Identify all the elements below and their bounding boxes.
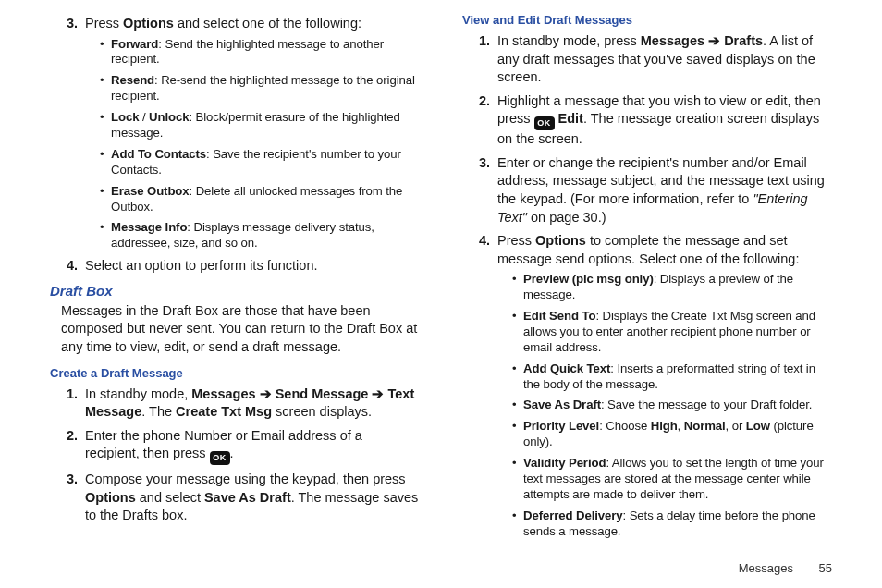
heading-draft-box: Draft Box (50, 283, 420, 299)
create-draft-steps: In standby mode, Messages ➔ Send Message… (50, 386, 420, 525)
ok-key-icon: OK (534, 116, 555, 130)
lock-label: Lock (111, 110, 139, 124)
step3-text-pre: Press (85, 16, 123, 31)
c3-pre: Compose your message using the keypad, t… (85, 472, 406, 486)
addto-label: Add To Contacts (111, 147, 206, 161)
v2-b: Edit (555, 111, 583, 126)
draft-box-paragraph: Messages in the Draft Box are those that… (61, 302, 420, 357)
editsend-label: Edit Send To (523, 309, 595, 323)
view-step-3: Enter or change the recipient's number a… (494, 154, 832, 227)
arrow-icon: ➔ (368, 386, 387, 401)
create-step-2: Enter the phone Number or Email address … (81, 427, 420, 466)
step4-text: Select an option to perform its function… (85, 258, 317, 273)
priority-low: Low (746, 419, 770, 433)
priority-c1: , (678, 419, 684, 433)
bullet-edit-send-to: Edit Send To: Displays the Create Txt Ms… (512, 309, 832, 356)
savedraft-desc: : Save the message to your Draft folder. (601, 398, 812, 411)
bullet-priority-level: Priority Level: Choose High, Normal, or … (512, 419, 832, 450)
bullet-deferred-delivery: Deferred Delivery: Sets a delay time bef… (512, 508, 832, 540)
bullet-forward: Forward: Send the highlighted message to… (100, 37, 420, 68)
preview-label: Preview (pic msg only) (523, 272, 654, 286)
c3-b2: Save As Draft (204, 490, 291, 505)
priority-c2: , or (726, 419, 746, 433)
heading-view-edit: View and Edit Draft Messages (462, 13, 832, 27)
c1-pre: In standby mode, (85, 386, 191, 401)
c1-mid: . The (141, 404, 176, 419)
v1-b1: Messages (641, 33, 704, 48)
page-footer: Messages 55 (739, 561, 832, 575)
forward-label: Forward (111, 37, 158, 51)
create-step-3: Compose your message using the keypad, t… (81, 471, 420, 525)
bullet-erase-outbox: Erase Outbox: Delete all unlocked messag… (100, 184, 420, 215)
view-step-1: In standby mode, press Messages ➔ Drafts… (494, 32, 832, 87)
validity-label: Validity Period (523, 456, 606, 470)
bullet-save-as-draft: Save As Draft: Save the message to your … (512, 398, 832, 413)
step3-text-post: and select one of the following: (174, 16, 361, 31)
page-number: 55 (819, 561, 832, 575)
c1-post: screen displays. (272, 404, 372, 419)
view-step-4: Press Options to complete the message an… (494, 232, 832, 539)
step-3: Press Options and select one of the foll… (81, 15, 420, 251)
c1-b2: Send Message (276, 386, 369, 401)
c1-b1: Messages (191, 386, 255, 401)
erase-label: Erase Outbox (111, 184, 190, 198)
two-column-layout: Press Options and select one of the foll… (50, 13, 832, 545)
priority-label: Priority Level (523, 419, 599, 433)
heading-create-draft: Create a Draft Message (50, 366, 420, 380)
bullet-lock: Lock / Unlock: Block/permit erasure of t… (100, 110, 420, 141)
bullet-validity-period: Validity Period: Allows you to set the l… (512, 456, 832, 503)
addqt-label: Add Quick Text (523, 361, 610, 375)
arrow-icon: ➔ (704, 33, 724, 48)
c3-mid: and select (136, 490, 204, 505)
v1-pre: In standby mode, press (497, 33, 641, 48)
deferred-label: Deferred Delivery (523, 508, 623, 522)
msginfo-label: Message Info (111, 220, 187, 234)
manual-page: Press Options and select one of the foll… (0, 0, 882, 588)
unlock-label: Unlock (149, 110, 189, 124)
ok-key-icon: OK (210, 451, 230, 465)
create-step-1: In standby mode, Messages ➔ Send Message… (81, 386, 420, 422)
v3-post: on page 30.) (527, 210, 606, 225)
c3-b1: Options (85, 490, 136, 505)
c1-b4: Create Txt Msg (176, 404, 272, 419)
bullet-message-info: Message Info: Displays message delivery … (100, 220, 420, 251)
options-bold: Options (123, 16, 174, 31)
bullet-add-quick-text: Add Quick Text: Inserts a preformatted s… (512, 361, 832, 393)
view-edit-steps: In standby mode, press Messages ➔ Drafts… (462, 32, 832, 540)
bullet-preview: Preview (pic msg only): Displays a previ… (512, 272, 832, 303)
footer-section-name: Messages (739, 561, 793, 575)
view-step-2: Highlight a message that you wish to vie… (494, 92, 832, 149)
resend-label: Resend (111, 73, 154, 87)
lock-sep: / (139, 110, 149, 124)
send-options-bullets: Preview (pic msg only): Displays a previ… (497, 272, 832, 539)
options-bullets: Forward: Send the highlighted message to… (85, 37, 420, 252)
arrow-icon: ➔ (256, 386, 276, 401)
resend-desc: : Re-send the highlighted message to the… (111, 73, 415, 103)
c2-post: . (230, 446, 234, 460)
priority-pre: : Choose (599, 419, 651, 433)
right-column: View and Edit Draft Messages In standby … (462, 13, 832, 545)
priority-high: High (651, 419, 678, 433)
bullet-add-contacts: Add To Contacts: Save the recipient's nu… (100, 147, 420, 178)
savedraft-label: Save As Draft (523, 398, 601, 411)
v4-b: Options (535, 233, 586, 248)
priority-normal: Normal (684, 419, 726, 433)
left-column: Press Options and select one of the foll… (50, 13, 420, 545)
bullet-resend: Resend: Re-send the highlighted message … (100, 73, 420, 104)
step-4: Select an option to perform its function… (81, 257, 420, 276)
v4-pre: Press (497, 233, 535, 248)
continued-steps-list: Press Options and select one of the foll… (50, 15, 420, 276)
v1-b2: Drafts (724, 33, 763, 48)
